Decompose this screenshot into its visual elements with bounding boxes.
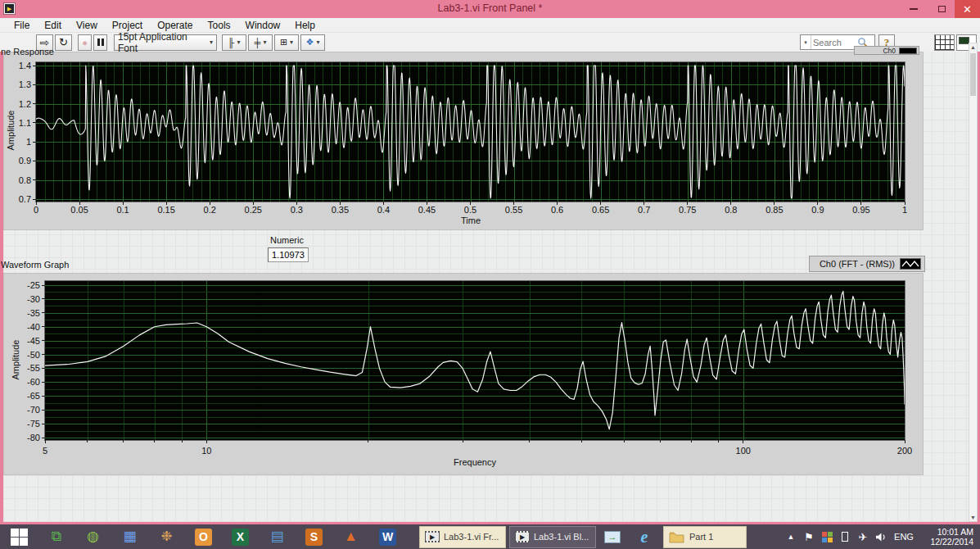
y-tick-mark — [42, 298, 45, 299]
taskbar-export-vi-button[interactable]: → — [598, 524, 627, 549]
minimize-button[interactable] — [901, 0, 927, 18]
start-button[interactable] — [0, 524, 38, 549]
y-tick-label: 1.2 — [2, 99, 31, 109]
x-tick-label: 0.25 — [245, 205, 262, 215]
volume-icon[interactable] — [872, 524, 890, 549]
taskbar-word-button[interactable]: W — [369, 524, 406, 549]
y-tick-label: 1.4 — [2, 61, 31, 70]
y-tick-label: -30 — [11, 294, 40, 304]
y-tick-label: -80 — [11, 433, 40, 442]
numeric-indicator[interactable]: 1.10973 — [268, 247, 309, 262]
fft-spectrum-plot[interactable] — [44, 280, 905, 441]
y-tick-mark — [42, 438, 45, 438]
labview-vi-icon: ▶ — [425, 531, 440, 542]
y-tick-mark — [33, 122, 36, 123]
y-tick-mark — [42, 410, 45, 411]
airplane-mode-icon[interactable]: ✈ — [854, 524, 872, 549]
taskbar-matlab-button[interactable]: ▲ — [332, 524, 369, 549]
waveform-graph-legend-label: Ch0 (FFT - (RMS)) — [820, 259, 895, 269]
action-center-flag-icon[interactable]: ⚑ — [800, 524, 818, 549]
x-minor-tick-mark — [154, 440, 155, 442]
time-chart-legend-label: Ch0 — [883, 47, 896, 55]
taskbar-outlook-button[interactable]: O — [185, 524, 222, 549]
taskbar-paint-button[interactable]: ❉ — [148, 524, 185, 549]
run-continuous-icon: ↻ — [59, 36, 68, 48]
x-tick-label: 0.85 — [765, 205, 783, 215]
word-icon: W — [379, 529, 396, 546]
distribute-objects-icon: ╪ — [255, 38, 261, 48]
chevron-down-icon: ▾ — [237, 39, 240, 46]
y-tick-label: -55 — [11, 363, 40, 373]
taskbar-excel-button[interactable]: X — [222, 524, 259, 549]
taskbar-clock[interactable]: 10:01 AM 12/22/2014 — [923, 527, 973, 547]
taskbar-network-share-button[interactable]: ⧉ — [38, 524, 75, 549]
waveform-graph-legend[interactable]: Ch0 (FFT - (RMS)) — [809, 256, 925, 272]
x-minor-tick-mark — [718, 440, 719, 442]
y-tick-mark — [42, 312, 45, 313]
y-tick-mark — [42, 396, 45, 397]
x-tick-label: 0.5 — [464, 205, 476, 215]
y-tick-mark — [42, 368, 45, 369]
taskbar-window-button[interactable]: ▶Lab3-1.vi Fr... — [419, 526, 506, 548]
close-button[interactable]: ✕ — [955, 0, 980, 18]
labview-vi-icon: ▶ — [515, 531, 530, 542]
taskbar-anyconnect-button[interactable]: ◍ — [75, 524, 111, 549]
taskbar-window-button[interactable]: ▶Lab3-1.vi Bl... — [509, 526, 596, 548]
taskbar-folder-button[interactable]: Part 1 — [663, 526, 747, 548]
x-minor-tick-mark — [463, 440, 463, 442]
menu-item-file[interactable]: File — [7, 20, 37, 31]
x-tick-label: 0.6 — [551, 205, 563, 215]
y-tick-label: 0.8 — [2, 175, 31, 185]
scroll-down-icon[interactable]: ▼ — [969, 515, 977, 520]
time-chart-xlabel: Time — [461, 216, 481, 225]
taskbar-internet-explorer-button[interactable]: e — [627, 524, 662, 549]
y-tick-mark — [33, 66, 36, 66]
windows-logo-icon — [11, 529, 28, 546]
resize-objects-button[interactable]: ⊞▾ — [274, 34, 299, 51]
device-sync-icon[interactable] — [836, 524, 854, 549]
scroll-up-icon[interactable]: ▲ — [969, 44, 977, 50]
menu-item-edit[interactable]: Edit — [37, 20, 69, 31]
distribute-objects-button[interactable]: ╪▾ — [248, 34, 273, 51]
taskbar-sharepoint-button[interactable]: S — [296, 524, 332, 549]
time-response-plot[interactable] — [35, 61, 905, 202]
search-input[interactable] — [811, 38, 857, 48]
show-hidden-icons-chevron[interactable]: ▲ — [782, 524, 800, 549]
photos-app-tray-icon[interactable] — [818, 524, 836, 549]
labview-front-panel-window: ▶ Lab3-1.vi Front Panel * ✕ FileEditView… — [0, 0, 980, 549]
reorder-button[interactable]: ❖▾ — [300, 34, 325, 51]
x-tick-label: 0.45 — [418, 205, 436, 215]
font-selector[interactable]: 15pt Application Font ▾ — [114, 34, 217, 51]
plot-style-chip — [899, 48, 917, 54]
y-tick-label: -35 — [11, 308, 40, 318]
language-indicator[interactable]: ENG — [890, 524, 918, 549]
menu-item-operate[interactable]: Operate — [150, 20, 200, 31]
menu-item-view[interactable]: View — [69, 20, 105, 31]
maximize-button[interactable] — [928, 0, 955, 18]
vertical-scrollbar[interactable]: ▲ ▼ — [969, 43, 978, 522]
pause-icon — [97, 39, 104, 46]
x-minor-tick-mark — [182, 440, 183, 442]
taskbar-calculator-button[interactable]: ▦ — [111, 524, 148, 549]
alignment-grid-icon[interactable] — [934, 34, 955, 51]
align-objects-button[interactable]: ╟▾ — [222, 34, 246, 51]
x-tick-mark — [743, 440, 743, 443]
menu-item-window[interactable]: Window — [238, 20, 288, 31]
x-tick-label: 0.65 — [592, 205, 609, 215]
x-tick-label: 0.1 — [116, 205, 129, 215]
x-tick-label: 0.55 — [505, 205, 522, 215]
taskbar-file-transfer-button[interactable]: ▤ — [259, 524, 296, 549]
menu-item-project[interactable]: Project — [105, 20, 150, 31]
menu-item-tools[interactable]: Tools — [201, 20, 238, 31]
x-tick-mark — [45, 440, 46, 443]
titlebar: ▶ Lab3-1.vi Front Panel * ✕ — [0, 0, 980, 18]
run-continuous-button[interactable]: ↻ — [55, 34, 72, 51]
scrollbar-thumb[interactable] — [970, 53, 976, 96]
pause-button[interactable] — [93, 34, 107, 51]
menu-item-help[interactable]: Help — [287, 20, 323, 31]
internet-explorer-icon: e — [641, 528, 648, 547]
search-scope-dropdown[interactable]: ▾ — [801, 35, 811, 49]
time-chart-legend[interactable]: Ch0 — [854, 46, 919, 55]
chevron-down-icon: ▾ — [263, 39, 266, 46]
abort-button[interactable]: ● — [78, 34, 92, 51]
